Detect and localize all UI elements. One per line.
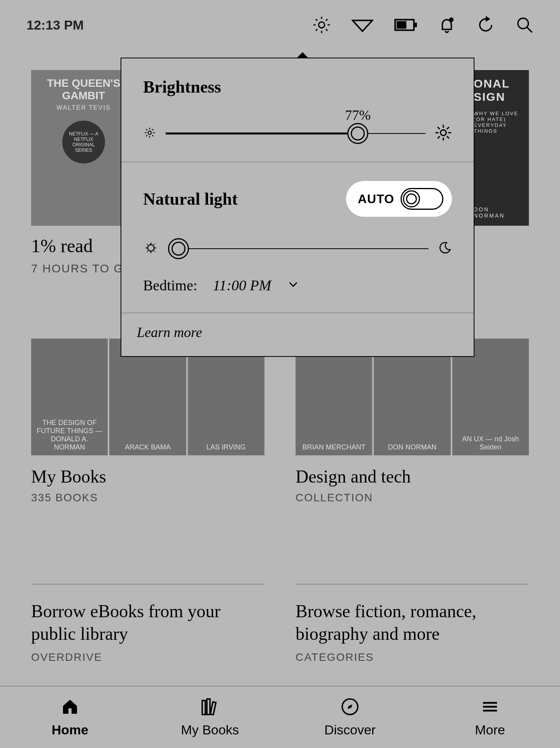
tile-my-books[interactable]: THE DESIGN OF FUTURE THINGS — DONALD A. …	[31, 339, 264, 504]
sync-icon[interactable]	[477, 16, 495, 34]
svg-line-37	[438, 127, 440, 129]
brightness-slider-thumb[interactable]	[347, 123, 368, 144]
link-overdrive[interactable]: Borrow eBooks from your public library O…	[31, 584, 264, 664]
bottom-nav: Home My Books Discover More	[0, 686, 560, 748]
home-icon	[61, 697, 79, 719]
tile-collection[interactable]: BRIAN MERCHANT DON NORMAN AN UX — nd Jos…	[296, 339, 529, 504]
svg-line-8	[326, 19, 327, 21]
svg-rect-11	[397, 21, 406, 28]
bedtime-value[interactable]: 11:00 PM	[213, 277, 271, 294]
books-icon	[200, 697, 220, 719]
svg-line-40	[447, 127, 449, 129]
compass-icon	[341, 697, 359, 719]
svg-line-14	[527, 27, 532, 32]
svg-rect-10	[415, 23, 417, 27]
next-book-cover[interactable]: ONAL SIGN WHY WE LOVE (OR HATE) EVERYDAY…	[467, 70, 529, 226]
moon-icon	[438, 241, 452, 256]
menu-icon	[481, 697, 499, 719]
svg-line-7	[316, 29, 317, 31]
svg-line-29	[152, 135, 153, 136]
auto-label: AUTO	[358, 192, 394, 206]
sun-icon	[143, 240, 159, 257]
link-categories[interactable]: Browse fiction, romance, biography and m…	[296, 584, 529, 664]
svg-rect-15	[202, 701, 205, 715]
nav-more[interactable]: More	[420, 697, 560, 737]
bedtime-label: Bedtime:	[143, 277, 197, 294]
svg-line-28	[146, 129, 147, 130]
natural-light-heading: Natural light	[143, 189, 238, 209]
svg-rect-16	[207, 699, 210, 715]
nav-home[interactable]: Home	[0, 697, 140, 737]
brightness-high-icon	[435, 124, 452, 143]
wifi-icon[interactable]	[352, 17, 373, 33]
notification-bell-icon[interactable]	[438, 16, 456, 34]
svg-line-6	[326, 29, 327, 31]
svg-line-30	[146, 135, 147, 136]
svg-point-32	[441, 130, 446, 136]
svg-point-12	[449, 18, 454, 22]
svg-line-31	[152, 129, 153, 130]
natural-light-slider[interactable]	[143, 240, 452, 257]
natural-light-auto-pill: AUTO	[346, 181, 452, 217]
svg-line-39	[438, 136, 440, 139]
svg-point-13	[518, 18, 528, 29]
brightness-low-icon	[143, 126, 156, 141]
chevron-down-icon[interactable]	[287, 277, 299, 294]
svg-marker-19	[348, 704, 352, 709]
brightness-value-label: 77%	[345, 107, 371, 123]
brightness-heading: Brightness	[143, 77, 452, 97]
brightness-slider[interactable]: 77%	[143, 124, 452, 143]
svg-rect-17	[210, 702, 216, 715]
natural-light-slider-thumb[interactable]	[168, 238, 189, 259]
learn-more-link[interactable]: Learn more	[121, 313, 474, 356]
natural-light-auto-toggle[interactable]	[401, 188, 443, 210]
svg-point-23	[148, 131, 152, 135]
status-time: 12:13 PM	[26, 18, 84, 33]
svg-line-5	[316, 19, 317, 21]
status-icons	[313, 16, 534, 34]
brightness-popover: Brightness 77%	[121, 58, 474, 357]
svg-line-38	[447, 136, 449, 139]
status-bar: 12:13 PM	[0, 0, 560, 50]
brightness-icon[interactable]	[313, 16, 331, 34]
search-icon[interactable]	[516, 16, 534, 34]
battery-icon[interactable]	[394, 18, 417, 32]
svg-point-0	[318, 22, 324, 28]
nav-my-books[interactable]: My Books	[140, 697, 280, 737]
svg-point-41	[148, 245, 154, 251]
nav-discover[interactable]: Discover	[280, 697, 420, 737]
